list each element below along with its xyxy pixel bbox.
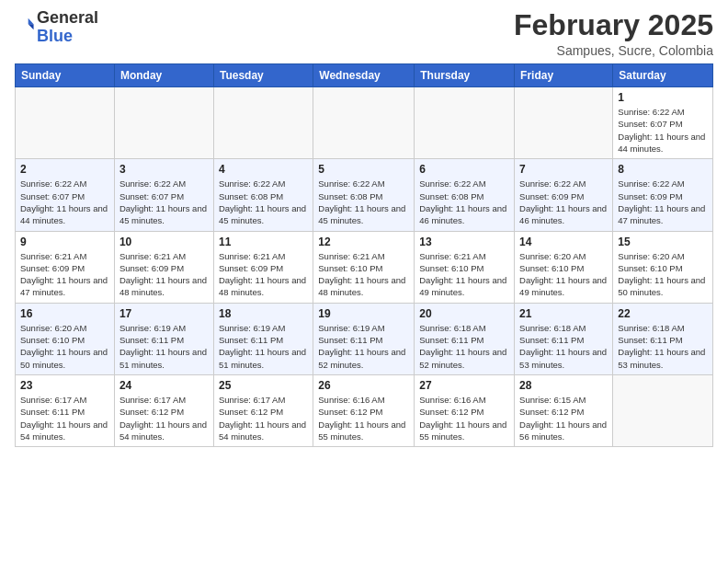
table-row [16,87,115,159]
table-row [613,374,713,446]
table-row [114,87,213,159]
table-row: 26Sunrise: 6:16 AMSunset: 6:12 PMDayligh… [313,374,415,446]
logo-icon [15,15,35,35]
table-row: 19Sunrise: 6:19 AMSunset: 6:11 PMDayligh… [313,303,415,374]
day-number: 17 [119,307,209,320]
table-row: 11Sunrise: 6:21 AMSunset: 6:09 PMDayligh… [213,231,313,303]
col-tuesday: Tuesday [213,64,313,87]
table-row: 16Sunrise: 6:20 AMSunset: 6:10 PMDayligh… [16,303,115,374]
table-row: 9Sunrise: 6:21 AMSunset: 6:09 PMDaylight… [16,231,115,303]
day-number: 9 [20,236,109,248]
day-number: 1 [618,91,708,104]
day-info: Sunrise: 6:22 AMSunset: 6:08 PMDaylight:… [318,178,409,226]
day-info: Sunrise: 6:21 AMSunset: 6:10 PMDaylight:… [318,250,409,299]
day-number: 18 [219,307,308,320]
table-row: 3Sunrise: 6:22 AMSunset: 6:07 PMDaylight… [114,159,213,231]
day-info: Sunrise: 6:18 AMSunset: 6:11 PMDaylight:… [419,322,509,371]
day-number: 21 [519,307,608,320]
day-info: Sunrise: 6:21 AMSunset: 6:09 PMDaylight:… [20,250,109,299]
day-number: 4 [219,163,308,176]
table-row: 24Sunrise: 6:17 AMSunset: 6:12 PMDayligh… [114,374,213,446]
day-info: Sunrise: 6:22 AMSunset: 6:09 PMDaylight:… [618,178,708,226]
day-info: Sunrise: 6:21 AMSunset: 6:10 PMDaylight:… [419,250,509,299]
table-row [313,87,415,159]
day-info: Sunrise: 6:22 AMSunset: 6:08 PMDaylight:… [419,178,509,226]
calendar-week-row: 16Sunrise: 6:20 AMSunset: 6:10 PMDayligh… [16,303,713,374]
col-sunday: Sunday [16,64,115,87]
day-number: 14 [519,236,608,248]
calendar-week-row: 9Sunrise: 6:21 AMSunset: 6:09 PMDaylight… [16,231,713,303]
day-info: Sunrise: 6:19 AMSunset: 6:11 PMDaylight:… [119,322,209,371]
day-number: 7 [519,163,608,176]
day-info: Sunrise: 6:22 AMSunset: 6:07 PMDaylight:… [20,178,109,226]
table-row: 25Sunrise: 6:17 AMSunset: 6:12 PMDayligh… [213,374,313,446]
table-row: 4Sunrise: 6:22 AMSunset: 6:08 PMDaylight… [213,159,313,231]
month-title: February 2025 [514,9,713,41]
day-number: 2 [20,163,109,176]
table-row: 1Sunrise: 6:22 AMSunset: 6:07 PMDaylight… [613,87,713,159]
table-row: 12Sunrise: 6:21 AMSunset: 6:10 PMDayligh… [313,231,415,303]
day-info: Sunrise: 6:15 AMSunset: 6:12 PMDaylight:… [519,394,608,442]
day-info: Sunrise: 6:22 AMSunset: 6:08 PMDaylight:… [219,178,308,226]
table-row [213,87,313,159]
day-number: 24 [119,379,209,392]
day-number: 3 [119,163,209,176]
table-row: 28Sunrise: 6:15 AMSunset: 6:12 PMDayligh… [515,374,613,446]
day-number: 15 [618,236,708,248]
day-number: 8 [618,163,708,176]
page: General Blue February 2025 Sampues, Sucr… [0,0,728,563]
day-info: Sunrise: 6:17 AMSunset: 6:11 PMDaylight:… [20,394,109,442]
col-wednesday: Wednesday [313,64,415,87]
day-info: Sunrise: 6:18 AMSunset: 6:11 PMDaylight:… [519,322,608,371]
table-row: 17Sunrise: 6:19 AMSunset: 6:11 PMDayligh… [114,303,213,374]
table-row [415,87,515,159]
day-info: Sunrise: 6:17 AMSunset: 6:12 PMDaylight:… [219,394,308,442]
day-info: Sunrise: 6:22 AMSunset: 6:09 PMDaylight:… [519,178,608,226]
day-number: 28 [519,379,608,392]
title-block: February 2025 Sampues, Sucre, Colombia [514,9,713,58]
table-row: 5Sunrise: 6:22 AMSunset: 6:08 PMDaylight… [313,159,415,231]
table-row: 14Sunrise: 6:20 AMSunset: 6:10 PMDayligh… [515,231,613,303]
day-info: Sunrise: 6:20 AMSunset: 6:10 PMDaylight:… [618,250,708,299]
day-info: Sunrise: 6:18 AMSunset: 6:11 PMDaylight:… [618,322,708,371]
day-info: Sunrise: 6:16 AMSunset: 6:12 PMDaylight:… [419,394,509,442]
day-number: 16 [20,307,109,320]
location: Sampues, Sucre, Colombia [514,43,713,58]
day-number: 26 [318,379,409,392]
header: General Blue February 2025 Sampues, Sucr… [15,9,713,58]
table-row: 15Sunrise: 6:20 AMSunset: 6:10 PMDayligh… [613,231,713,303]
table-row: 21Sunrise: 6:18 AMSunset: 6:11 PMDayligh… [515,303,613,374]
table-row: 10Sunrise: 6:21 AMSunset: 6:09 PMDayligh… [114,231,213,303]
col-monday: Monday [114,64,213,87]
day-number: 5 [318,163,409,176]
calendar-week-row: 2Sunrise: 6:22 AMSunset: 6:07 PMDaylight… [16,159,713,231]
logo: General Blue [15,9,98,46]
svg-marker-1 [28,24,34,29]
table-row: 18Sunrise: 6:19 AMSunset: 6:11 PMDayligh… [213,303,313,374]
day-info: Sunrise: 6:16 AMSunset: 6:12 PMDaylight:… [318,394,409,442]
col-saturday: Saturday [613,64,713,87]
col-friday: Friday [515,64,613,87]
table-row: 23Sunrise: 6:17 AMSunset: 6:11 PMDayligh… [16,374,115,446]
table-row [515,87,613,159]
table-row: 13Sunrise: 6:21 AMSunset: 6:10 PMDayligh… [415,231,515,303]
day-info: Sunrise: 6:19 AMSunset: 6:11 PMDaylight:… [318,322,409,371]
table-row: 8Sunrise: 6:22 AMSunset: 6:09 PMDaylight… [613,159,713,231]
day-number: 23 [20,379,109,392]
day-number: 10 [119,236,209,248]
day-number: 13 [419,236,509,248]
calendar-week-row: 1Sunrise: 6:22 AMSunset: 6:07 PMDaylight… [16,87,713,159]
table-row: 6Sunrise: 6:22 AMSunset: 6:08 PMDaylight… [415,159,515,231]
day-number: 6 [419,163,509,176]
day-info: Sunrise: 6:19 AMSunset: 6:11 PMDaylight:… [219,322,308,371]
day-number: 12 [318,236,409,248]
day-number: 27 [419,379,509,392]
day-info: Sunrise: 6:17 AMSunset: 6:12 PMDaylight:… [119,394,209,442]
day-info: Sunrise: 6:21 AMSunset: 6:09 PMDaylight:… [219,250,308,299]
svg-marker-0 [28,17,34,24]
table-row: 22Sunrise: 6:18 AMSunset: 6:11 PMDayligh… [613,303,713,374]
table-row: 27Sunrise: 6:16 AMSunset: 6:12 PMDayligh… [415,374,515,446]
table-row: 7Sunrise: 6:22 AMSunset: 6:09 PMDaylight… [515,159,613,231]
day-number: 25 [219,379,308,392]
day-info: Sunrise: 6:20 AMSunset: 6:10 PMDaylight:… [519,250,608,299]
